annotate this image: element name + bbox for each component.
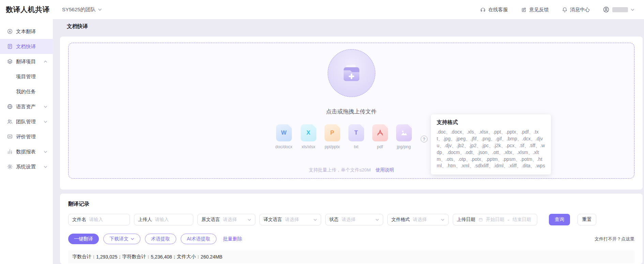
chevron-down-icon: [44, 105, 47, 109]
sidebar-item-label: 翻译项目: [16, 58, 44, 65]
avatar-icon: [603, 6, 610, 13]
usage-guide-link[interactable]: 使用说明: [376, 167, 394, 173]
comment-icon: [7, 134, 13, 140]
chevron-down-icon: [441, 218, 445, 222]
image-file-icon: [396, 124, 412, 141]
date-separator: -: [508, 217, 509, 222]
filter-placeholder: 请选择: [342, 217, 356, 223]
sidebar-item-label: 文档快译: [16, 43, 47, 50]
reset-button[interactable]: 重置: [578, 214, 596, 225]
download-translation-button[interactable]: 下载译文: [103, 234, 140, 244]
word-file-icon: W: [276, 124, 292, 141]
user-menu[interactable]: [603, 6, 634, 13]
format-help-icon[interactable]: ?: [421, 136, 428, 142]
filetype-letter: X: [306, 129, 310, 136]
filter-placeholder: 请输入: [155, 217, 169, 223]
feedback-label: 意见反馈: [529, 6, 549, 13]
filetype-img: jpg/png: [396, 124, 412, 149]
chevron-down-icon: [44, 150, 47, 154]
online-support-link[interactable]: 在线客服: [480, 6, 508, 13]
separator: ；: [117, 254, 122, 260]
batch-delete-button[interactable]: 批量删除: [221, 234, 244, 244]
upload-hint-row: 支持批量上传，单个文件≤20M 使用说明: [309, 167, 394, 173]
page-title-bar: 文档快译: [53, 19, 644, 33]
chevron-down-icon: [375, 218, 379, 222]
format-tooltip-title: 支持格式: [437, 119, 545, 126]
uploader-filter-input[interactable]: 上传人 请输入: [134, 214, 193, 225]
headset-icon: [480, 7, 486, 13]
ppt-file-icon: P: [325, 124, 340, 141]
file-size-label: 文件大小：: [177, 254, 201, 260]
sidebar-item-data-reports[interactable]: 数据报表: [0, 144, 53, 159]
summary-row: 字数合计： 1,293,025 ； 字符数合计： 5,236,408 ； 文件大…: [68, 250, 634, 263]
file-format-select[interactable]: 文件格式 请选择: [387, 214, 449, 225]
sidebar-item-project-management[interactable]: 项目管理: [0, 69, 53, 84]
bell-icon: [562, 7, 568, 13]
upload-folder-icon: [341, 63, 362, 83]
filetype-label: jpg/png: [397, 144, 411, 149]
pdf-file-icon: [372, 124, 388, 141]
filetype-label: xls/xlsx: [301, 144, 315, 149]
ai-term-extract-button[interactable]: AI术语提取: [181, 234, 216, 244]
one-click-translate-button[interactable]: 一键翻译: [68, 234, 99, 244]
filetype-letter: P: [330, 129, 334, 136]
gear-icon: [7, 164, 13, 170]
sidebar-item-label: 文本翻译: [16, 28, 47, 35]
sidebar-item-text-translate[interactable]: 文本翻译: [0, 24, 53, 39]
status-select[interactable]: 状态 请选择: [325, 214, 383, 225]
records-title: 翻译记录: [68, 200, 634, 208]
sidebar-item-language-assets[interactable]: 语言资产: [0, 99, 53, 114]
chevron-down-icon: [131, 237, 134, 241]
file-open-help-link[interactable]: 文件打不开？点这里: [595, 236, 634, 242]
page-title: 文档快译: [67, 23, 88, 30]
upload-hint-text: 支持批量上传，单个文件≤20M: [309, 167, 371, 173]
team-selector[interactable]: SY5625的团队: [53, 6, 102, 13]
team-icon: [7, 119, 13, 125]
filter-label: 译文语言: [264, 217, 282, 223]
word-count-value: 1,293,025: [96, 254, 117, 260]
sidebar-item-my-tasks[interactable]: 我的任务: [0, 84, 53, 99]
term-extract-button[interactable]: 术语提取: [145, 234, 176, 244]
supported-filetypes-row: W doc/docx X xls/xlsx P ppt/pptx T txt: [275, 124, 427, 149]
search-button[interactable]: 查询: [549, 214, 570, 225]
filter-label: 状态: [329, 217, 339, 223]
message-center-link[interactable]: 消息中心: [562, 6, 590, 13]
sidebar-item-label: 数据报表: [16, 149, 44, 155]
bar-chart-icon: [7, 149, 13, 155]
sidebar-item-label: 我的任务: [16, 88, 47, 95]
sidebar-item-doc-quick-translate[interactable]: 文档快译: [0, 39, 53, 54]
upload-date-range-picker[interactable]: 上传日期 开始日期 - 结束日期: [453, 214, 537, 225]
chevron-down-icon: [248, 218, 251, 222]
source-language-select[interactable]: 原文语言 请选择: [197, 214, 255, 225]
chevron-down-icon: [44, 120, 47, 124]
filetype-txt: T txt: [348, 124, 364, 149]
target-language-select[interactable]: 译文语言 请选择: [259, 214, 321, 225]
feedback-link[interactable]: 意见反馈: [521, 6, 549, 13]
layers-icon: [7, 58, 13, 65]
filetype-ppt: P ppt/pptx: [325, 124, 340, 149]
filter-placeholder: 请选择: [223, 217, 237, 223]
sidebar-item-system-settings[interactable]: 系统设置: [0, 159, 53, 174]
filetype-pdf: pdf: [372, 124, 388, 149]
team-selector-label: SY5625的团队: [62, 6, 95, 13]
txt-file-icon: T: [348, 124, 364, 141]
document-icon: [7, 43, 13, 50]
date-end-placeholder: 结束日期: [513, 217, 531, 223]
text-translate-icon: [7, 28, 13, 34]
date-start-placeholder: 开始日期: [486, 217, 504, 223]
word-count-label: 字数合计：: [72, 254, 96, 260]
sidebar-item-label: 团队管理: [16, 119, 44, 125]
filetype-label: txt: [354, 144, 358, 149]
sidebar-item-team-management[interactable]: 团队管理: [0, 114, 53, 129]
filter-label: 文件名: [72, 217, 86, 223]
filter-placeholder: 请选择: [285, 217, 299, 223]
sidebar-item-review-management[interactable]: 评价管理: [0, 129, 53, 144]
upload-circle[interactable]: [328, 49, 375, 97]
main-content: 文档快译: [53, 19, 644, 264]
format-tooltip-body: .doc、.docx、.xls、.xlsx、.ppt、.pptx、.pdf、.t…: [437, 129, 545, 169]
chevron-down-icon: [631, 8, 634, 12]
sidebar-item-translate-projects[interactable]: 翻译项目: [0, 54, 53, 69]
sidebar-item-label: 评价管理: [16, 134, 47, 140]
filename-filter-input[interactable]: 文件名 请输入: [68, 214, 130, 225]
excel-file-icon: X: [301, 124, 316, 141]
